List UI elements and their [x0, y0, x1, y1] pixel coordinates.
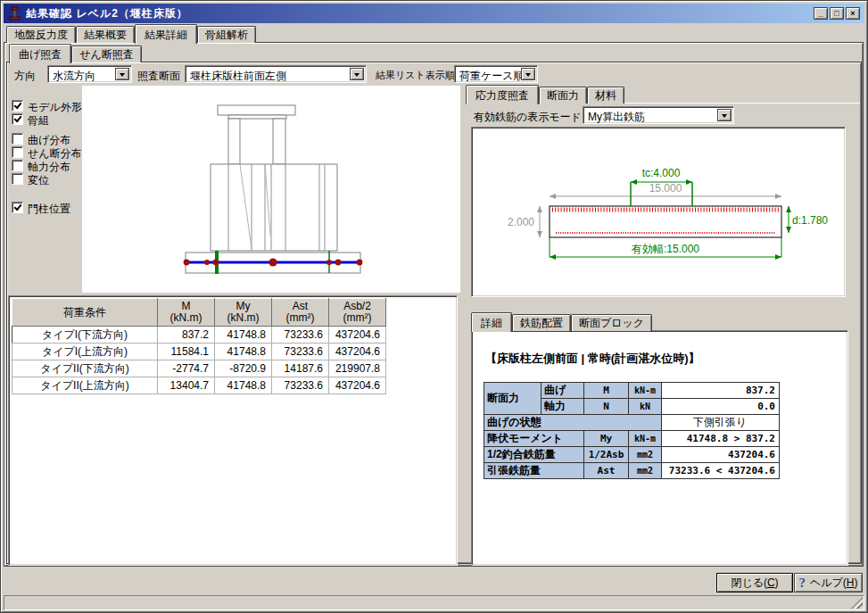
shear-dist-checkbox[interactable]: [12, 146, 23, 158]
col-header-load-case[interactable]: 荷重条件: [12, 299, 158, 327]
displacement-checkbox[interactable]: [12, 173, 23, 185]
sub-tabstrip: 曲げ照査 せん断照査: [9, 44, 142, 62]
dropdown-arrow-icon[interactable]: [717, 109, 732, 121]
axial-force-value: 0.0: [662, 399, 780, 415]
load-case-table: 荷重条件 M(kN.m) My(kN.m) Ast(mm²) Asb/2(mm²…: [12, 298, 386, 394]
pier-cap-top: [218, 105, 295, 115]
dim-effective-depth: d:1.780: [792, 214, 828, 227]
cross-section-drawing: 15.000 tc:4.000 2.000 d:1.780 有効幅:15.000: [474, 129, 845, 296]
bending-dist-checkbox[interactable]: [12, 133, 23, 145]
right-tabstrip: 応力度照査 断面力 材料: [466, 84, 624, 104]
tension-rebar-value: 73233.6 < 437204.6: [662, 463, 780, 479]
axial-dist-checkbox[interactable]: [12, 160, 23, 171]
col-header-m[interactable]: M(kN.m): [158, 299, 215, 327]
subtab-bending-check[interactable]: 曲げ照査: [9, 44, 71, 63]
balanced-rebar-value: 437204.6: [662, 447, 780, 463]
righttab-material[interactable]: 材料: [587, 87, 624, 104]
load-table-header-row: 荷重条件 M(kN.m) My(kN.m) Ast(mm²) Asb/2(mm²…: [12, 299, 386, 327]
result-confirm-window: 結果確認 レベル2（堰柱床版） _ □ × 地盤反力度 結果概要 結果詳細 骨組…: [0, 0, 868, 613]
pier-body: [211, 164, 337, 251]
detail-row-bending: 断面力 曲げ M kN-m 837.2: [484, 383, 780, 399]
direction-value: 水流方向: [53, 69, 95, 84]
detail-row-bend-state: 曲げの状態 下側引張り: [484, 415, 780, 431]
tab-ground-reaction[interactable]: 地盤反力度: [6, 26, 76, 43]
subtab-shear-check[interactable]: せん断照査: [71, 46, 142, 62]
tab-result-detail[interactable]: 結果詳細: [135, 24, 197, 44]
dropdown-arrow-icon[interactable]: [521, 68, 535, 80]
tab-frame-analysis[interactable]: 骨組解析: [197, 26, 256, 43]
result-order-value: 荷重ケース順: [459, 69, 525, 84]
help-button[interactable]: ? ヘルプ(H): [794, 573, 863, 592]
check-section-value: 堰柱床版柱前面左側: [190, 69, 286, 84]
window-title: 結果確認 レベル2（堰柱床版）: [26, 6, 188, 21]
bend-state-value: 下側引張り: [662, 415, 780, 431]
section-view-canvas: 15.000 tc:4.000 2.000 d:1.780 有効幅:15.000: [471, 127, 846, 297]
result-order-label: 結果リスト表示順: [376, 69, 455, 82]
righttab-stress-check[interactable]: 応力度照査: [466, 85, 539, 104]
table-row[interactable]: タイプI(上流方向)11584.141748.873233.6437204.6: [12, 344, 386, 360]
direction-label: 方向: [14, 69, 36, 84]
detail-tabstrip: 詳細 鉄筋配置 断面ブロック: [471, 311, 652, 331]
close-button[interactable]: 閉じる(C): [716, 573, 793, 592]
pier-column-right: [273, 119, 285, 164]
section-force-label: 断面力: [484, 383, 541, 415]
col-header-asb[interactable]: Asb/2(mm²): [329, 299, 386, 327]
detailtab-section-block[interactable]: 断面ブロック: [571, 314, 652, 331]
col-header-my[interactable]: My(kN.m): [215, 299, 272, 327]
dim-total-width: 15.000: [649, 182, 682, 195]
dim-height: 2.000: [508, 216, 534, 228]
frame-checkbox[interactable]: [12, 113, 23, 125]
table-row[interactable]: タイプI(下流方向)837.241748.873233.6437204.6: [12, 327, 386, 344]
rebar-mode-label: 有効鉄筋の表示モード: [474, 110, 582, 125]
model-outline-checkbox[interactable]: [12, 100, 23, 112]
detailtab-detail[interactable]: 詳細: [471, 312, 512, 332]
checkbox-label: 骨組: [28, 113, 49, 128]
rebar-mode-select[interactable]: My算出鉄筋: [583, 106, 734, 124]
check-section-select[interactable]: 堰柱床版柱前面左側: [185, 65, 367, 83]
table-row[interactable]: タイプII(下流方向)-2774.7-8720.914187.6219907.8: [12, 360, 386, 377]
detail-row-balanced-rebar: 1/2釣合鉄筋量 1/2Asb mm2 437204.6: [484, 447, 780, 463]
resize-grip[interactable]: [851, 597, 863, 609]
gate-pillar-checkbox[interactable]: [12, 202, 23, 213]
app-icon[interactable]: [7, 6, 21, 21]
detail-heading: 【床版柱左側前面 | 常時(計画湛水位時)】: [485, 351, 700, 367]
detailtab-rebar-layout[interactable]: 鉄筋配置: [512, 314, 571, 331]
detail-table: 断面力 曲げ M kN-m 837.2 軸力 N kN 0.0 曲げの状態 下側…: [484, 382, 780, 479]
righttab-section-force[interactable]: 断面力: [539, 87, 587, 104]
pier-column-left: [228, 119, 240, 164]
dim-effective-width: 有効幅:15.000: [631, 243, 699, 255]
bending-moment-value: 837.2: [662, 383, 780, 399]
model-view-canvas: [82, 86, 460, 293]
rebar-mode-value: My算出鉄筋: [588, 110, 645, 125]
pier-cap-lip: [228, 115, 286, 119]
detail-row-yield-moment: 降伏モーメント My kN-m 41748.8 > 837.2: [484, 431, 780, 447]
result-order-select[interactable]: 荷重ケース順: [454, 65, 538, 83]
minimize-button-icon[interactable]: _: [814, 7, 828, 20]
yield-moment-value: 41748.8 > 837.2: [662, 431, 780, 447]
checkbox-label: 変位: [28, 173, 49, 188]
check-section-label: 照査断面: [137, 69, 180, 84]
help-question-icon: ?: [798, 576, 806, 591]
checkbox-label: 門柱位置: [28, 202, 70, 217]
pier-elevation-drawing: [82, 86, 460, 293]
detail-row-tension-rebar: 引張鉄筋量 Ast mm2 73233.6 < 437204.6: [484, 463, 780, 479]
direction-select[interactable]: 水流方向: [47, 65, 132, 83]
dropdown-arrow-icon[interactable]: [115, 68, 129, 80]
close-button-icon[interactable]: ×: [846, 7, 860, 20]
table-row[interactable]: タイプII(上流方向)13404.741748.873233.6437204.6: [12, 377, 386, 394]
tab-result-summary[interactable]: 結果概要: [76, 26, 135, 43]
titlebar: 結果確認 レベル2（堰柱床版） _ □ ×: [4, 4, 864, 23]
col-header-ast[interactable]: Ast(mm²): [272, 299, 329, 327]
main-tabstrip: 地盤反力度 結果概要 結果詳細 骨組解析: [6, 23, 256, 43]
dim-tc: tc:4.000: [642, 167, 681, 179]
dropdown-arrow-icon[interactable]: [350, 68, 364, 80]
status-bar: [4, 595, 864, 610]
maximize-button-icon[interactable]: □: [830, 7, 844, 20]
